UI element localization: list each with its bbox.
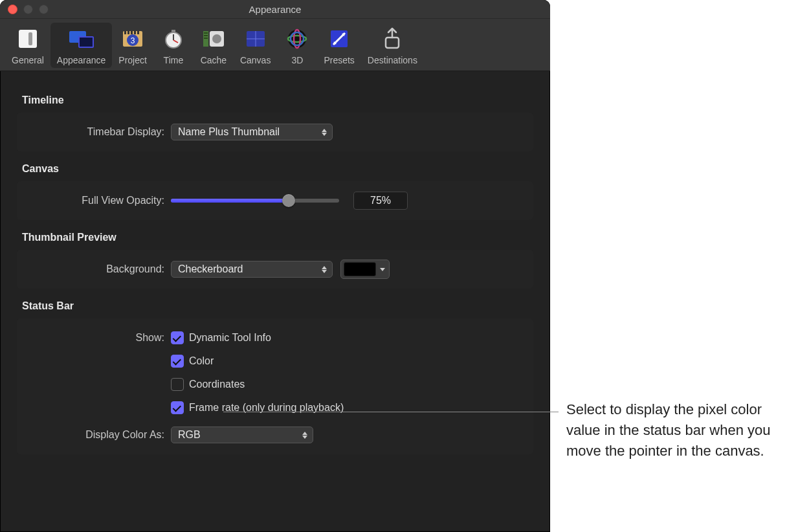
general-icon <box>14 25 41 52</box>
svg-marker-37 <box>322 266 327 269</box>
svg-rect-6 <box>124 31 126 34</box>
full-view-opacity-slider[interactable] <box>171 199 339 203</box>
svg-rect-18 <box>204 32 208 34</box>
display-color-as-value: RGB <box>178 429 201 441</box>
destinations-icon <box>379 25 406 52</box>
coordinates-label: Coordinates <box>189 379 245 390</box>
svg-marker-41 <box>302 436 307 439</box>
dynamic-tool-info-label: Dynamic Tool Info <box>189 332 271 344</box>
tab-presets[interactable]: Presets <box>317 23 360 68</box>
section-thumbnail-title: Thumbnail Preview <box>22 232 533 243</box>
svg-rect-19 <box>204 35 208 36</box>
svg-marker-35 <box>322 129 327 132</box>
cache-icon <box>200 25 227 52</box>
svg-point-22 <box>212 34 221 43</box>
tab-appearance[interactable]: Appearance <box>50 23 113 68</box>
titlebar: Appearance <box>0 0 550 19</box>
tab-general[interactable]: General <box>5 23 50 68</box>
timebar-display-select[interactable]: Name Plus Thumbnail <box>171 124 333 140</box>
background-select[interactable]: Checkerboard <box>171 261 333 278</box>
tab-destinations[interactable]: Destinations <box>361 23 424 68</box>
3d-icon <box>283 25 311 52</box>
tab-cache-label: Cache <box>201 55 227 65</box>
section-canvas: Full View Opacity: 75% <box>17 181 533 220</box>
updown-icon <box>322 266 327 273</box>
svg-rect-1 <box>28 32 32 45</box>
display-color-as-select[interactable]: RGB <box>171 427 313 443</box>
section-thumbnail: Background: Checkerboard <box>17 250 533 289</box>
background-color-well[interactable] <box>340 260 390 279</box>
close-window-button[interactable] <box>8 5 17 14</box>
svg-rect-10 <box>137 31 139 34</box>
tab-time[interactable]: Time <box>153 23 194 68</box>
tab-project-label: Project <box>118 55 147 65</box>
color-checkbox[interactable]: Color <box>171 355 214 368</box>
background-value: Checkerboard <box>178 263 243 275</box>
tab-appearance-label: Appearance <box>57 55 106 65</box>
preferences-content: Timeline Timebar Display: Name Plus Thum… <box>0 71 550 474</box>
slider-knob[interactable] <box>282 194 295 207</box>
svg-rect-34 <box>386 38 399 48</box>
chevron-down-icon <box>380 268 385 271</box>
svg-text:3: 3 <box>131 36 135 45</box>
updown-icon <box>302 432 307 439</box>
window-controls <box>8 5 49 14</box>
background-label: Background: <box>28 263 171 275</box>
svg-rect-0 <box>19 30 37 48</box>
tab-presets-label: Presets <box>324 55 354 65</box>
show-label: Show: <box>28 332 171 344</box>
frame-rate-checkbox[interactable]: Frame rate (only during playback) <box>171 401 344 414</box>
presets-icon <box>326 25 353 52</box>
svg-rect-20 <box>204 38 208 39</box>
updown-icon <box>322 129 327 136</box>
color-swatch <box>344 262 376 276</box>
section-canvas-title: Canvas <box>22 163 533 175</box>
full-view-opacity-value[interactable]: 75% <box>353 192 408 210</box>
tab-3d[interactable]: 3D <box>277 23 317 68</box>
tab-time-label: Time <box>164 55 184 65</box>
tab-project[interactable]: 3 Project <box>112 23 153 68</box>
window-title: Appearance <box>249 4 302 15</box>
svg-marker-39 <box>380 268 385 271</box>
checkbox-icon <box>171 378 184 391</box>
svg-rect-9 <box>134 31 136 34</box>
callout-text: Select to display the pixel color value … <box>566 399 773 461</box>
time-icon <box>160 25 187 52</box>
svg-rect-7 <box>127 31 129 34</box>
tab-cache[interactable]: Cache <box>194 23 234 68</box>
checkbox-icon <box>171 331 184 344</box>
tab-3d-label: 3D <box>291 55 303 65</box>
svg-marker-36 <box>322 133 327 136</box>
full-view-opacity-label: Full View Opacity: <box>28 195 171 206</box>
display-color-as-label: Display Color As: <box>28 429 171 441</box>
timebar-display-value: Name Plus Thumbnail <box>178 126 280 138</box>
appearance-icon <box>68 25 95 52</box>
tab-general-label: General <box>12 55 44 65</box>
coordinates-checkbox[interactable]: Coordinates <box>171 378 245 391</box>
project-icon: 3 <box>119 25 146 52</box>
dynamic-tool-info-checkbox[interactable]: Dynamic Tool Info <box>171 331 271 344</box>
section-statusbar: Show: Dynamic Tool Info Color Coordinate… <box>17 318 533 454</box>
section-statusbar-title: Status Bar <box>22 300 533 312</box>
svg-rect-4 <box>80 38 93 47</box>
preferences-toolbar: General Appearance 3 Project Time Cache <box>0 19 550 71</box>
section-timeline-title: Timeline <box>22 94 533 106</box>
color-label: Color <box>189 355 214 367</box>
svg-rect-8 <box>131 31 133 34</box>
tab-canvas-label: Canvas <box>240 55 271 65</box>
minimize-window-button[interactable] <box>23 5 33 14</box>
section-timeline: Timebar Display: Name Plus Thumbnail <box>17 113 533 151</box>
canvas-icon <box>242 25 269 52</box>
zoom-window-button[interactable] <box>39 5 49 14</box>
timebar-display-label: Timebar Display: <box>28 126 171 138</box>
checkbox-icon <box>171 401 184 414</box>
preferences-window: Appearance General Appearance 3 Project <box>0 0 550 532</box>
svg-marker-40 <box>302 432 307 435</box>
tab-destinations-label: Destinations <box>368 55 417 65</box>
tab-canvas[interactable]: Canvas <box>234 23 277 68</box>
svg-marker-38 <box>322 270 327 273</box>
callout-leader-line <box>223 412 559 412</box>
slider-fill <box>171 199 289 203</box>
checkbox-icon <box>171 355 184 368</box>
svg-rect-14 <box>172 30 175 32</box>
